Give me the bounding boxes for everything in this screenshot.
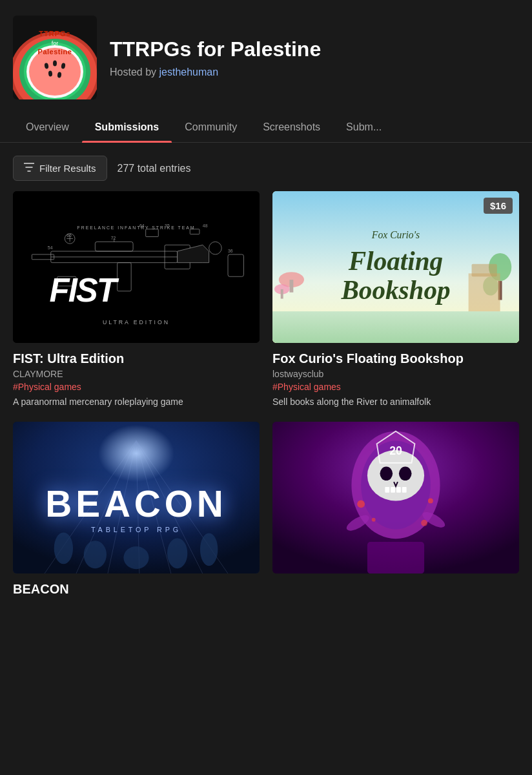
svg-text:FIST: FIST [49, 272, 119, 309]
tab-community[interactable]: Community [172, 112, 250, 142]
host-link[interactable]: jesthehuman [159, 67, 219, 78]
svg-point-8 [53, 61, 57, 67]
svg-rect-50 [469, 273, 500, 311]
submissions-grid: FIST 54 66 72 64 35 48 36 FREELANCE INFA… [0, 191, 532, 610]
svg-text:Fox Curio's: Fox Curio's [371, 229, 420, 240]
fist-info: FIST: Ultra Edition CLAYMORE #Physical g… [13, 343, 260, 409]
svg-point-86 [372, 518, 376, 522]
page-title: TTRPGs for Palestine [110, 37, 321, 61]
host-line: Hosted by jesthehuman [110, 67, 321, 78]
svg-rect-42 [272, 311, 519, 343]
fist-thumbnail: FIST 54 66 72 64 35 48 36 FREELANCE INFA… [13, 191, 260, 343]
svg-text:Palestine: Palestine [38, 48, 72, 56]
skull-info [272, 574, 519, 581]
fist-tag: #Physical games [13, 382, 260, 392]
nav-tabs: Overview Submissions Community Screensho… [0, 112, 532, 143]
svg-text:54: 54 [48, 245, 53, 250]
skull-thumbnail: 20 [272, 422, 519, 574]
game-card-floating-bookshop[interactable]: Fox Curio's Floating Bookshop $16 Fox Cu… [272, 191, 519, 409]
floating-bookshop-info: Fox Curio's Floating Bookshop lostwayscl… [272, 343, 519, 409]
svg-text:66: 66 [66, 233, 72, 238]
svg-point-67 [167, 538, 187, 568]
price-badge: $16 [484, 198, 513, 214]
svg-text:72: 72 [111, 236, 116, 240]
tab-screenshots[interactable]: Screenshots [250, 112, 333, 142]
filter-icon [24, 163, 34, 174]
svg-rect-51 [472, 264, 497, 277]
svg-rect-81 [402, 487, 407, 493]
floating-bookshop-author: lostwaysclub [272, 369, 519, 379]
svg-text:ULTRA EDITION: ULTRA EDITION [103, 319, 170, 326]
svg-point-85 [428, 498, 433, 503]
beacon-thumbnail: BEACON TABLETOP RPG [13, 422, 260, 574]
svg-rect-44 [289, 280, 293, 293]
floating-bookshop-description: Sell books along the River to animalfolk [272, 396, 519, 409]
svg-point-68 [200, 533, 218, 566]
page-header: TTRPGs for Palestine TTRPGs for Palestin… [0, 0, 532, 112]
game-card-fist[interactable]: FIST 54 66 72 64 35 48 36 FREELANCE INFA… [13, 191, 260, 409]
hosted-by-label: Hosted by [110, 67, 156, 78]
svg-point-64 [54, 532, 73, 564]
fist-author: CLAYMORE [13, 369, 260, 379]
svg-text:FREELANCE INFANTRY STRIKE TEAM: FREELANCE INFANTRY STRIKE TEAM [77, 225, 196, 230]
svg-point-65 [84, 541, 107, 568]
svg-point-76 [380, 466, 393, 480]
tab-overview[interactable]: Overview [13, 112, 82, 142]
svg-rect-46 [281, 289, 283, 299]
floating-bookshop-tag: #Physical games [272, 382, 519, 392]
bundle-logo: TTRPGs for Palestine [13, 16, 97, 99]
beacon-title: BEACON [13, 581, 260, 597]
tab-submissions[interactable]: Submissions [82, 112, 172, 142]
svg-text:20: 20 [389, 444, 402, 457]
svg-point-77 [399, 466, 412, 480]
game-card-skull[interactable]: 20 [272, 422, 519, 597]
svg-text:48: 48 [203, 223, 208, 228]
svg-rect-79 [391, 487, 395, 493]
svg-text:TABLETOP RPG: TABLETOP RPG [91, 526, 181, 533]
svg-text:TTRPGs: TTRPGs [39, 30, 70, 37]
filter-results-button[interactable]: Filter Results [13, 156, 107, 181]
beacon-info: BEACON [13, 574, 260, 597]
svg-point-66 [123, 546, 148, 569]
tab-more[interactable]: Subm... [333, 112, 394, 142]
svg-rect-78 [385, 487, 389, 493]
fist-title: FIST: Ultra Edition [13, 351, 260, 366]
filter-button-label: Filter Results [39, 163, 96, 174]
fist-description: A paranormal mercenary roleplaying game [13, 396, 260, 409]
svg-point-84 [357, 500, 365, 508]
game-card-beacon[interactable]: BEACON TABLETOP RPG BEACON [13, 422, 260, 597]
svg-text:for: for [52, 40, 59, 46]
svg-text:BEACON: BEACON [45, 484, 227, 524]
svg-text:36: 36 [228, 249, 233, 253]
floating-bookshop-title: Fox Curio's Floating Bookshop [272, 351, 519, 366]
svg-text:Floating: Floating [348, 246, 443, 276]
svg-rect-90 [367, 542, 424, 574]
filter-bar: Filter Results 277 total entries [0, 143, 532, 191]
floating-bookshop-thumbnail: Fox Curio's Floating Bookshop $16 [272, 191, 519, 343]
total-entries: 277 total entries [118, 163, 191, 174]
svg-text:Bookshop: Bookshop [340, 275, 450, 305]
svg-rect-80 [396, 487, 401, 493]
header-info: TTRPGs for Palestine Hosted by jesthehum… [110, 37, 321, 78]
